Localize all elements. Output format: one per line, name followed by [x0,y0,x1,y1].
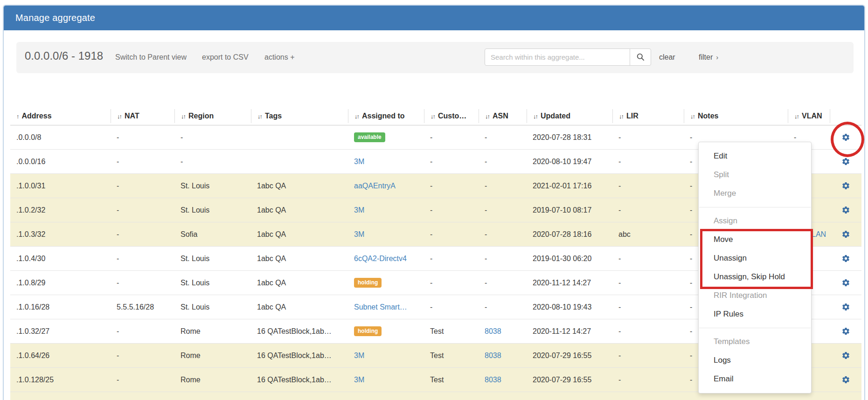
column-header-address[interactable]: ↑Address [10,109,111,123]
cell-actions [830,303,861,311]
gear-icon[interactable] [841,254,850,263]
column-label: Tags [265,112,282,120]
search-input[interactable] [485,48,630,66]
cell-tags: 1abc QA [251,303,348,311]
cell-asn: - [479,303,527,311]
cell-lir: - [612,303,684,311]
cell-actions [830,375,861,384]
cell-updated: 2019-07-10 08:17 [527,206,612,214]
gear-icon[interactable] [841,303,850,311]
table-header-row: ↑Address↓↑NAT↓↑Region↓↑Tags↓↑Assigned to… [10,107,861,125]
gear-icon[interactable] [841,351,850,360]
menu-item-edit[interactable]: Edit [699,147,811,166]
vlan-link[interactable]: LAN [812,230,826,238]
cell-updated: 2020-07-28 18:16 [527,230,612,239]
menu-item-logs[interactable]: Logs [699,351,811,370]
menu-item-email[interactable]: Email [699,370,811,388]
cell-vlan: - [788,133,830,142]
menu-item-merge[interactable]: Merge [699,184,811,203]
cell-address: .1.0.3/32 [10,230,111,239]
cell-assigned: aaQAEntryA [348,182,424,190]
gear-icon[interactable] [841,278,850,287]
cell-nat: - [111,206,174,214]
cell-nat: - [111,376,174,384]
cell-customer: - [424,255,479,263]
column-header-notes[interactable]: ↓↑Notes [684,109,788,123]
assigned-link[interactable]: 3M [354,352,364,359]
export-to-csv-link[interactable]: export to CSV [202,53,249,62]
menu-item-split[interactable]: Split [699,166,811,184]
assigned-link[interactable]: 6cQA2-Directv4 [354,255,407,262]
column-header-region[interactable]: ↓↑Region [174,109,251,123]
cell-customer: Test [424,327,479,336]
menu-item-templates[interactable]: Templates [699,332,811,351]
assigned-link[interactable]: 3M [354,376,364,384]
column-label: Notes [698,112,718,120]
cell-updated: 2020-07-29 16:55 [527,352,612,360]
column-header-assigned[interactable]: ↓↑Assigned to [348,109,424,123]
menu-item-unassign[interactable]: Unassign [699,249,811,268]
cell-assigned: holding [348,278,424,288]
filter-link[interactable]: filter› [699,53,718,62]
assigned-link[interactable]: 3M [354,206,364,214]
menu-item-rir-integration[interactable]: RIR Integration [699,286,811,305]
cell-assigned: 3M [348,352,424,360]
cell-lir: abc [612,230,684,239]
assigned-link[interactable]: aaQAEntryA [354,182,396,190]
actions-menu-link[interactable]: actions + [264,53,294,62]
cell-address: .1.0.2/32 [10,206,111,214]
asn-link[interactable]: 8038 [485,376,501,384]
cell-customer: - [424,279,479,287]
cell-updated: 2020-08-10 19:43 [527,303,612,311]
filter-label: filter [699,53,713,61]
cell-customer: - [424,230,479,239]
asn-link[interactable]: 8038 [485,352,501,359]
cell-address: .1.0.16/28 [10,303,111,311]
column-header-updated[interactable]: ↓↑Updated [527,109,612,123]
cell-actions [830,181,861,190]
cell-region: Rome [174,352,251,360]
sort-both-icon: ↓↑ [354,113,359,120]
assigned-link[interactable]: Subnet Smart… [354,303,407,311]
menu-item-assign[interactable]: Assign [699,212,811,230]
cell-updated: 2020-11-12 14:27 [527,327,612,336]
asn-link[interactable]: 8038 [485,327,501,335]
menu-item-move[interactable]: Move [699,230,811,249]
column-header-asn[interactable]: ↓↑ASN [479,109,527,123]
status-badge-holding: holding [354,278,382,288]
cell-assigned: available [348,132,424,142]
cell-nat: - [111,158,174,166]
assigned-link[interactable]: 3M [354,230,364,238]
column-header-nat[interactable]: ↓↑NAT [111,109,174,123]
column-label: NAT [125,112,139,120]
gear-icon[interactable] [841,327,850,336]
column-label: Updated [541,112,570,120]
cell-assigned: 3M [348,158,424,166]
assigned-link[interactable]: 3M [354,158,364,166]
search-button[interactable] [630,48,651,66]
column-header-tags[interactable]: ↓↑Tags [251,109,348,123]
status-badge-holding: holding [354,326,382,336]
cell-actions [830,278,861,287]
gear-icon[interactable] [841,133,850,142]
cell-lir: - [612,158,684,166]
cell-assigned: 6cQA2-Directv4 [348,255,424,263]
column-header-vlan[interactable]: ↓↑VLAN [788,109,830,123]
gear-icon[interactable] [841,181,850,190]
cell-assigned: holding [348,326,424,336]
column-header-actions [830,109,861,123]
gear-icon[interactable] [841,157,850,166]
gear-icon[interactable] [841,206,850,214]
menu-item-ip-rules[interactable]: IP Rules [699,305,811,324]
cell-asn: - [479,182,527,190]
cell-nat: - [111,352,174,360]
gear-icon[interactable] [841,230,850,239]
column-header-customer[interactable]: ↓↑Custo… [424,109,479,123]
cell-customer: - [424,182,479,190]
cell-region: - [174,158,251,166]
gear-icon[interactable] [841,375,850,384]
clear-search-link[interactable]: clear [659,53,675,62]
menu-item-unassign-skip-hold[interactable]: Unassign, Skip Hold [699,268,811,286]
column-header-lir[interactable]: ↓↑LIR [612,109,684,123]
switch-to-parent-view-link[interactable]: Switch to Parent view [115,53,187,62]
